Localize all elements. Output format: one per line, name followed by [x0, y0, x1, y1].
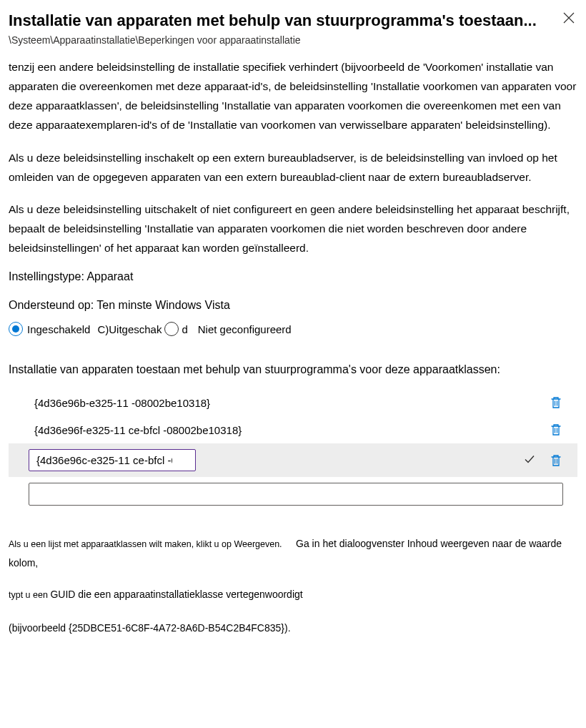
list-item: {4d36e96f-e325-11 ce-bfcl -08002be10318} [9, 416, 577, 443]
setting-type-value: Apparaat [86, 270, 133, 282]
description-p3: Als u deze beleidsinstelling uitschakelt… [9, 200, 577, 257]
delete-button[interactable] [549, 454, 563, 467]
list-heading: Installatie van apparaten toestaan met b… [9, 363, 577, 376]
delete-button[interactable] [549, 423, 563, 436]
delete-button[interactable] [549, 396, 563, 409]
footer-line2a: typt u een [9, 590, 50, 600]
trash-icon [550, 454, 562, 467]
trash-icon [550, 396, 562, 409]
footer-line2b: GUID die een apparaatinstallatieklasse v… [50, 589, 302, 600]
list-item-text: {4d36e96b-e325-11 -08002be10318} [34, 397, 542, 409]
footer-text: Als u een lijst met apparaatklassen wilt… [9, 534, 577, 638]
radio-enabled-icon [9, 322, 23, 336]
setting-type-label: Instellingstype: [9, 270, 84, 282]
trash-icon [550, 423, 562, 436]
supported-value: Ten minste Windows Vista [96, 299, 229, 311]
breadcrumb: \Systeem\Apparaatinstallatie\Beperkingen… [9, 34, 577, 46]
close-icon [563, 12, 575, 24]
list-item-input[interactable] [29, 449, 196, 471]
setting-type: Instellingstype: Apparaat [9, 270, 577, 283]
list-item-editing [9, 443, 577, 477]
radio-option-disabled[interactable]: Uitgeschakd [109, 322, 188, 336]
list-item: {4d36e96b-e325-11 -08002be10318} [9, 389, 577, 416]
radio-enabled-label: Ingeschakeld [27, 323, 90, 335]
footer-line3: (bijvoorbeeld {25DBCE51-6C8F-4A72-8A6D-B… [9, 619, 577, 638]
supported-label: Ondersteund op: [9, 299, 94, 311]
check-icon [523, 453, 536, 466]
description-p2: Als u deze beleidsinstelling inschakelt … [9, 148, 577, 187]
radio-disabled-label-part2: d [182, 323, 187, 335]
radio-group: Ingeschakeld C) Uitgeschakd Niet geconfi… [9, 322, 577, 336]
list-item-text: {4d36e96f-e325-11 ce-bfcl -08002be10318} [34, 424, 542, 436]
description-p1: tenzij een andere beleidsinstelling de i… [9, 57, 577, 135]
new-item-row [9, 477, 577, 506]
page-title: Installatie van apparaten met behulp van… [9, 11, 560, 30]
radio-option-notconfigured[interactable]: Niet geconfigureerd [198, 323, 292, 335]
radio-notconfigured-label: Niet geconfigureerd [198, 323, 292, 335]
radio-disabled-prefix: C) [97, 323, 109, 335]
supported-on: Ondersteund op: Ten minste Windows Vista [9, 299, 577, 312]
footer-line1a: Als u een lijst met apparaatklassen wilt… [9, 539, 282, 549]
radio-option-enabled[interactable]: Ingeschakeld [9, 322, 90, 336]
confirm-button[interactable] [523, 453, 536, 468]
radio-disabled-icon [164, 322, 179, 336]
radio-disabled-label-part1: Uitgeschak [109, 323, 162, 335]
close-button[interactable] [560, 11, 577, 26]
new-item-input[interactable] [29, 483, 563, 506]
